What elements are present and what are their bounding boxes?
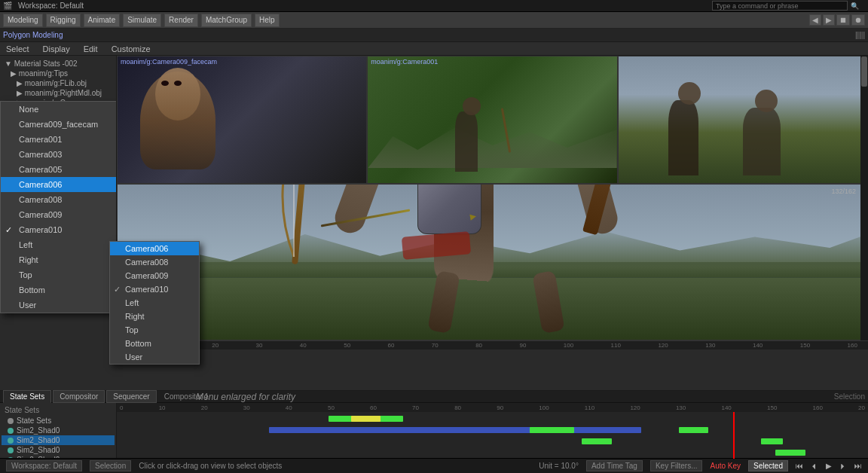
key-filters[interactable]: Key Filters...: [650, 460, 703, 471]
dropdown-camera008[interactable]: Camera008: [1, 192, 117, 207]
dropdown2-right[interactable]: Right: [110, 310, 199, 323]
menu-customize[interactable]: Customize: [108, 44, 154, 53]
dropdown-camera009-facecam[interactable]: Camera009_facecam: [1, 117, 117, 132]
tree-item-material[interactable]: ▼ Material Stats -002: [2, 59, 115, 69]
menu-edit[interactable]: Edit: [81, 44, 101, 53]
track-bar-area-3[interactable]: [120, 438, 865, 445]
track-bar-1b: [351, 416, 381, 422]
dropdown-camera005[interactable]: Camera005: [1, 162, 117, 177]
bottom-tabs: State Sets Compositor Sequencer Composit…: [0, 391, 868, 403]
tree-item-rightmdl[interactable]: ▶ moanim/g:RightMdl.obj: [2, 88, 115, 98]
toolbar-icon-2[interactable]: ▶: [823, 14, 835, 26]
viewport-ruler: 0 10 20 30 40 50 60 70 80 90 100 110 120…: [117, 340, 868, 349]
viewport-archer2[interactable]: moanim/g:Camera003: [618, 56, 868, 184]
track-bar-2c: [679, 427, 709, 433]
prev-frame-btn[interactable]: ⏴: [811, 462, 818, 470]
workspace-label[interactable]: Workspace: Default: [6, 460, 82, 471]
dropdown2-left[interactable]: Left: [110, 296, 199, 310]
bottom-panel: State Sets Compositor Sequencer Composit…: [0, 390, 868, 458]
dropdown-none[interactable]: None: [1, 102, 117, 117]
ss-item-0[interactable]: State Sets: [2, 416, 115, 426]
timeline-panel: 0 10 20 30 40 50 60 70 80 90 100 110 120…: [117, 403, 868, 459]
dropdown2-top[interactable]: Top: [110, 323, 199, 337]
viewport-scrollbar[interactable]: [860, 56, 868, 340]
viewport-archer1-label: moanim/g:Camera001: [371, 58, 438, 66]
dropdown-top[interactable]: Top: [1, 267, 117, 282]
tab-compositor[interactable]: Compositor: [53, 390, 105, 403]
viewport-archer1[interactable]: moanim/g:Camera001: [367, 56, 617, 184]
status-bar: Workspace: Default Selection Click or cl…: [0, 458, 868, 473]
unit-label: Unit = 10.0°: [539, 462, 579, 470]
toolbar-help[interactable]: Help: [255, 14, 280, 27]
toolbar-simulate[interactable]: Simulate: [123, 14, 161, 27]
viewport-face[interactable]: moanim/g:Camera009_facecam: [117, 56, 367, 184]
dropdown-user[interactable]: User: [1, 298, 117, 313]
tree-item-tips[interactable]: ▶ moanim/g:Tips: [2, 69, 115, 78]
add-time-tag[interactable]: Add Time Tag: [586, 460, 643, 471]
ss-item-1[interactable]: Sim2_Shad0: [2, 426, 115, 435]
selection-status[interactable]: Selection: [90, 460, 131, 471]
next-frame-btn[interactable]: ⏵: [839, 462, 847, 470]
expand-icon-3: ▶: [17, 89, 23, 97]
dropdown2-camera009[interactable]: Camera009: [110, 269, 199, 282]
dropdown-camera009[interactable]: Camera009: [1, 207, 117, 222]
scrollbar-thumb[interactable]: [861, 56, 867, 87]
toolbar-render[interactable]: Render: [164, 14, 198, 27]
dropdown-camera003[interactable]: Camera003: [1, 147, 117, 162]
tree-item-flib[interactable]: ▶ moanim/g:FLib.obj: [2, 78, 115, 88]
track-bar-area-2[interactable]: [120, 426, 865, 434]
dropdown2-camera006[interactable]: Camera006: [110, 242, 199, 255]
tab-sequencer[interactable]: Sequencer: [106, 390, 156, 403]
play-btn[interactable]: ▶: [826, 462, 832, 470]
viewport-area: moanim/g:Camera009_facecam moanim/g:Came…: [117, 56, 868, 349]
play-fwd-btn[interactable]: ⏭: [854, 462, 862, 470]
dropdown2-bottom[interactable]: Bottom: [110, 337, 199, 350]
search-input[interactable]: [712, 1, 848, 11]
dropdown-bottom[interactable]: Bottom: [1, 282, 117, 298]
timeline-playhead[interactable]: [733, 412, 735, 459]
dropdown2-user[interactable]: User: [110, 350, 199, 364]
track-bar-area-4[interactable]: [120, 449, 865, 456]
dropdown-left[interactable]: Left: [1, 237, 117, 252]
timeline-track-1: [120, 413, 865, 424]
check-icon-2: ✓: [114, 285, 121, 294]
clarity-label: Menu enlarged for clarity: [196, 392, 295, 402]
state-sets-panel: State Sets State Sets Sim2_Shad0 Sim2_Sh…: [0, 403, 117, 459]
tab-state-sets[interactable]: State Sets: [3, 390, 51, 403]
toolbar-secondary-icon: |||||: [855, 31, 865, 39]
dropdown2-camera010[interactable]: ✓ Camera010: [110, 282, 199, 296]
toolbar-modeling[interactable]: Modeling: [3, 14, 43, 27]
menu-display[interactable]: Display: [40, 44, 73, 53]
expand-icon: ▶: [11, 69, 17, 78]
viewport-top-row: moanim/g:Camera009_facecam moanim/g:Came…: [117, 56, 868, 184]
frame-counter: 132/162: [831, 188, 856, 195]
toolbar-icon-3[interactable]: ⏹: [836, 14, 850, 26]
dropdown-camera001[interactable]: Camera001: [1, 132, 117, 147]
autokey-state[interactable]: Selected: [748, 460, 788, 471]
dropdown-camera010[interactable]: ✓ Camera010: [1, 222, 117, 237]
selection-label: Selection: [834, 392, 865, 401]
toolbar-animate[interactable]: Animate: [84, 14, 121, 27]
track-bar-area-1[interactable]: [120, 415, 865, 423]
dropdown-camera006[interactable]: Camera006: [1, 177, 117, 192]
menu-select[interactable]: Select: [3, 44, 32, 53]
track-bar-2b: [530, 427, 574, 433]
check-icon: ✓: [5, 225, 12, 235]
play-back-btn[interactable]: ⏮: [796, 462, 803, 470]
toolbar-icon-4[interactable]: ⏺: [851, 14, 865, 26]
toolbar-icon-1[interactable]: ◀: [809, 14, 821, 26]
viewport-face-label: moanim/g:Camera009_facecam: [121, 58, 217, 66]
window-title-bar: 🎬 Workspace: Default 🔍: [0, 0, 868, 12]
toolbar-rigging[interactable]: Rigging: [46, 14, 81, 27]
ruler-marks: 0 10 20 30 40 50 60 70 80 90 100 110 120…: [120, 342, 865, 349]
camera-dropdown-menu: None Camera009_facecam Camera001 Camera0…: [0, 101, 117, 313]
timeline-track-3: [120, 436, 865, 447]
ss-item-2[interactable]: Sim2_Shad0: [2, 435, 115, 445]
ss-item-3[interactable]: Sim2_Shad0: [2, 445, 115, 455]
dropdown-right[interactable]: Right: [1, 252, 117, 267]
toolbar-matchgroup[interactable]: MatchGroup: [201, 14, 252, 27]
expand-icon-2: ▶: [17, 79, 23, 87]
left-panel: ▼ Material Stats -002 ▶ moanim/g:Tips ▶ …: [0, 56, 117, 349]
dropdown2-camera008[interactable]: Camera008: [110, 255, 199, 269]
viewport-main[interactable]: Camera006: [117, 184, 868, 340]
